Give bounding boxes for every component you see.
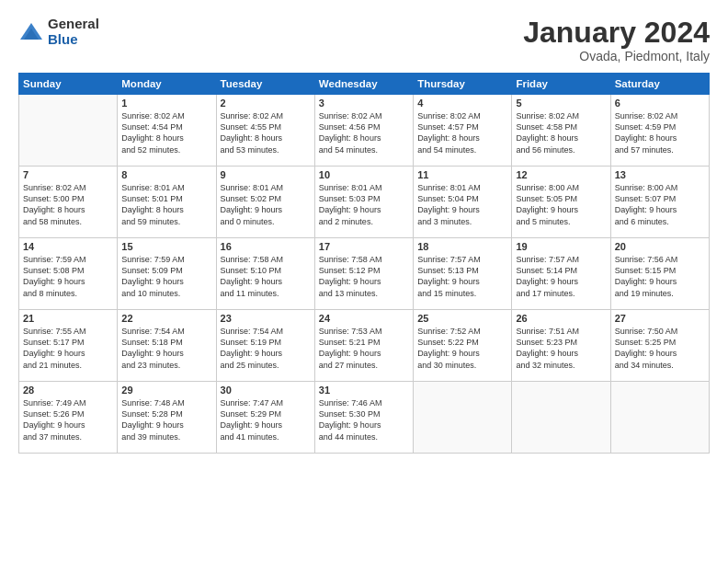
day-number: 2 [221, 98, 311, 109]
calendar-cell: 4Sunrise: 8:02 AM Sunset: 4:57 PM Daylig… [414, 95, 512, 167]
day-info: Sunrise: 7:50 AM Sunset: 5:25 PM Dayligh… [615, 326, 705, 371]
day-info: Sunrise: 7:49 AM Sunset: 5:26 PM Dayligh… [23, 397, 113, 442]
day-number: 24 [319, 313, 409, 324]
title-section: January 2024 Ovada, Piedmont, Italy [523, 17, 710, 63]
logo: General Blue [18, 17, 99, 47]
calendar-cell: 6Sunrise: 8:02 AM Sunset: 4:59 PM Daylig… [610, 95, 709, 167]
calendar-cell: 10Sunrise: 8:01 AM Sunset: 5:03 PM Dayli… [314, 167, 413, 238]
calendar-cell: 22Sunrise: 7:54 AM Sunset: 5:18 PM Dayli… [118, 310, 216, 382]
logo-general: General [48, 17, 99, 32]
day-number: 4 [417, 98, 507, 109]
day-info: Sunrise: 7:58 AM Sunset: 5:10 PM Dayligh… [221, 254, 311, 299]
day-number: 16 [221, 241, 311, 252]
calendar-cell: 31Sunrise: 7:46 AM Sunset: 5:30 PM Dayli… [314, 382, 413, 454]
calendar-cell: 19Sunrise: 7:57 AM Sunset: 5:14 PM Dayli… [512, 238, 610, 310]
day-info: Sunrise: 7:46 AM Sunset: 5:30 PM Dayligh… [319, 397, 409, 442]
calendar-cell: 23Sunrise: 7:54 AM Sunset: 5:19 PM Dayli… [216, 310, 314, 382]
calendar-cell: 8Sunrise: 8:01 AM Sunset: 5:01 PM Daylig… [118, 167, 216, 238]
calendar-cell: 7Sunrise: 8:02 AM Sunset: 5:00 PM Daylig… [19, 167, 118, 238]
weekday-tuesday: Tuesday [216, 74, 314, 95]
day-number: 30 [221, 385, 311, 396]
day-number: 26 [516, 313, 606, 324]
day-info: Sunrise: 8:01 AM Sunset: 5:02 PM Dayligh… [221, 182, 311, 227]
calendar-cell: 2Sunrise: 8:02 AM Sunset: 4:55 PM Daylig… [216, 95, 314, 167]
month-title: January 2024 [523, 17, 710, 49]
day-info: Sunrise: 8:00 AM Sunset: 5:05 PM Dayligh… [516, 182, 606, 227]
calendar-cell: 16Sunrise: 7:58 AM Sunset: 5:10 PM Dayli… [216, 238, 314, 310]
day-number: 23 [221, 313, 311, 324]
day-number: 3 [319, 98, 409, 109]
day-info: Sunrise: 7:57 AM Sunset: 5:14 PM Dayligh… [516, 254, 606, 299]
day-number: 21 [23, 313, 113, 324]
logo-text: General Blue [48, 17, 99, 47]
weekday-sunday: Sunday [19, 74, 118, 95]
day-info: Sunrise: 7:47 AM Sunset: 5:29 PM Dayligh… [221, 397, 311, 442]
day-number: 7 [23, 169, 113, 180]
day-number: 20 [615, 241, 705, 252]
day-number: 15 [121, 241, 211, 252]
calendar-week-1: 1Sunrise: 8:02 AM Sunset: 4:54 PM Daylig… [19, 95, 710, 167]
day-number: 28 [23, 385, 113, 396]
calendar-cell: 27Sunrise: 7:50 AM Sunset: 5:25 PM Dayli… [610, 310, 709, 382]
calendar-cell: 20Sunrise: 7:56 AM Sunset: 5:15 PM Dayli… [610, 238, 709, 310]
day-number: 14 [23, 241, 113, 252]
day-number: 17 [319, 241, 409, 252]
calendar: SundayMondayTuesdayWednesdayThursdayFrid… [18, 73, 710, 454]
calendar-cell: 5Sunrise: 8:02 AM Sunset: 4:58 PM Daylig… [512, 95, 610, 167]
calendar-cell: 3Sunrise: 8:02 AM Sunset: 4:56 PM Daylig… [314, 95, 413, 167]
day-info: Sunrise: 7:55 AM Sunset: 5:17 PM Dayligh… [23, 326, 113, 371]
day-info: Sunrise: 8:02 AM Sunset: 4:57 PM Dayligh… [417, 110, 507, 155]
day-number: 10 [319, 169, 409, 180]
calendar-cell [512, 382, 610, 454]
calendar-cell: 11Sunrise: 8:01 AM Sunset: 5:04 PM Dayli… [414, 167, 512, 238]
day-number: 5 [516, 98, 606, 109]
day-number: 25 [417, 313, 507, 324]
day-info: Sunrise: 8:00 AM Sunset: 5:07 PM Dayligh… [615, 182, 705, 227]
day-number: 29 [121, 385, 211, 396]
calendar-cell: 25Sunrise: 7:52 AM Sunset: 5:22 PM Dayli… [414, 310, 512, 382]
calendar-week-2: 7Sunrise: 8:02 AM Sunset: 5:00 PM Daylig… [19, 167, 710, 238]
header: General Blue January 2024 Ovada, Piedmon… [18, 17, 710, 63]
day-info: Sunrise: 8:02 AM Sunset: 4:58 PM Dayligh… [516, 110, 606, 155]
day-number: 1 [121, 98, 211, 109]
day-info: Sunrise: 8:01 AM Sunset: 5:04 PM Dayligh… [417, 182, 507, 227]
logo-blue: Blue [48, 32, 99, 48]
weekday-wednesday: Wednesday [314, 74, 413, 95]
calendar-cell [19, 95, 118, 167]
logo-icon [18, 19, 44, 45]
calendar-cell: 29Sunrise: 7:48 AM Sunset: 5:28 PM Dayli… [118, 382, 216, 454]
day-info: Sunrise: 7:48 AM Sunset: 5:28 PM Dayligh… [121, 397, 211, 442]
day-info: Sunrise: 8:01 AM Sunset: 5:01 PM Dayligh… [121, 182, 211, 227]
day-number: 22 [121, 313, 211, 324]
day-info: Sunrise: 7:51 AM Sunset: 5:23 PM Dayligh… [516, 326, 606, 371]
day-info: Sunrise: 7:59 AM Sunset: 5:08 PM Dayligh… [23, 254, 113, 299]
calendar-cell: 24Sunrise: 7:53 AM Sunset: 5:21 PM Dayli… [314, 310, 413, 382]
calendar-cell: 13Sunrise: 8:00 AM Sunset: 5:07 PM Dayli… [610, 167, 709, 238]
calendar-cell: 14Sunrise: 7:59 AM Sunset: 5:08 PM Dayli… [19, 238, 118, 310]
day-number: 27 [615, 313, 705, 324]
day-number: 6 [615, 98, 705, 109]
day-number: 13 [615, 169, 705, 180]
day-number: 19 [516, 241, 606, 252]
calendar-cell: 12Sunrise: 8:00 AM Sunset: 5:05 PM Dayli… [512, 167, 610, 238]
calendar-cell: 15Sunrise: 7:59 AM Sunset: 5:09 PM Dayli… [118, 238, 216, 310]
day-number: 11 [417, 169, 507, 180]
weekday-friday: Friday [512, 74, 610, 95]
day-info: Sunrise: 7:54 AM Sunset: 5:19 PM Dayligh… [221, 326, 311, 371]
day-number: 9 [221, 169, 311, 180]
day-number: 18 [417, 241, 507, 252]
calendar-cell: 18Sunrise: 7:57 AM Sunset: 5:13 PM Dayli… [414, 238, 512, 310]
calendar-week-3: 14Sunrise: 7:59 AM Sunset: 5:08 PM Dayli… [19, 238, 710, 310]
day-number: 31 [319, 385, 409, 396]
calendar-cell [610, 382, 709, 454]
day-info: Sunrise: 7:58 AM Sunset: 5:12 PM Dayligh… [319, 254, 409, 299]
day-info: Sunrise: 7:56 AM Sunset: 5:15 PM Dayligh… [615, 254, 705, 299]
calendar-header: SundayMondayTuesdayWednesdayThursdayFrid… [19, 74, 710, 95]
day-info: Sunrise: 7:52 AM Sunset: 5:22 PM Dayligh… [417, 326, 507, 371]
day-number: 12 [516, 169, 606, 180]
weekday-header-row: SundayMondayTuesdayWednesdayThursdayFrid… [19, 74, 710, 95]
day-info: Sunrise: 8:02 AM Sunset: 4:55 PM Dayligh… [221, 110, 311, 155]
calendar-cell: 26Sunrise: 7:51 AM Sunset: 5:23 PM Dayli… [512, 310, 610, 382]
day-info: Sunrise: 8:02 AM Sunset: 4:59 PM Dayligh… [615, 110, 705, 155]
calendar-week-4: 21Sunrise: 7:55 AM Sunset: 5:17 PM Dayli… [19, 310, 710, 382]
